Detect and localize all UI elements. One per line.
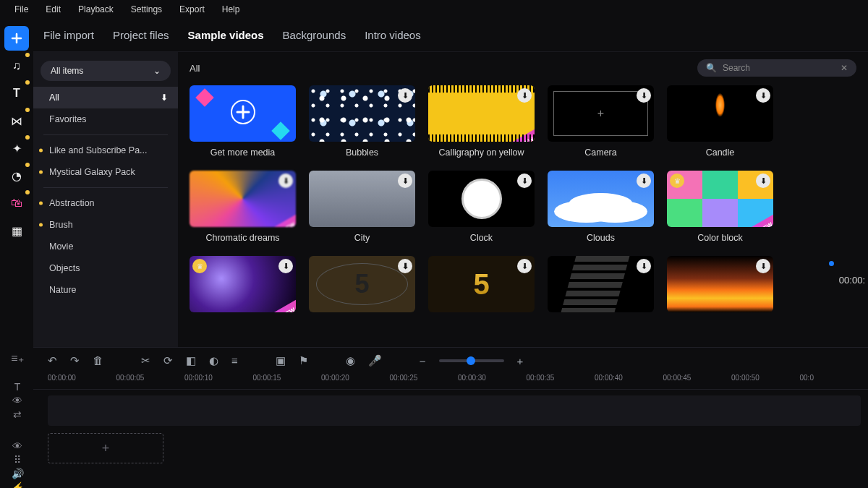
color-adjust-icon[interactable]: ◐ — [209, 354, 218, 367]
media-thumbnail[interactable]: ⬇ — [667, 256, 773, 312]
download-icon[interactable]: ⬇ — [756, 88, 770, 103]
delete-icon[interactable]: 🗑 — [93, 354, 103, 367]
transitions-icon[interactable]: ◔ — [4, 163, 29, 188]
effects-icon[interactable]: ✦ — [4, 136, 29, 160]
download-icon[interactable]: ⬇ — [517, 259, 532, 273]
sidebar-item[interactable]: Like and Subscribe Pa... — [33, 140, 178, 161]
titles-icon[interactable]: T — [4, 81, 29, 106]
download-icon[interactable]: ⬇ — [637, 174, 651, 188]
media-thumbnail[interactable]: ⬇ — [548, 171, 654, 227]
audio-icon[interactable]: ♫ — [4, 53, 29, 78]
more-tools-icon[interactable]: ▦ — [4, 218, 29, 243]
download-all-icon[interactable]: ⬇ — [161, 93, 168, 103]
media-thumbnail[interactable]: ⬇♛NEW — [190, 256, 296, 312]
zoom-in-icon[interactable]: + — [517, 355, 524, 367]
insert-freeze-icon[interactable]: ▣ — [276, 354, 286, 367]
sidebar-item[interactable]: Mystical Galaxy Pack — [33, 161, 178, 183]
media-card[interactable]: ⬇ — [667, 256, 773, 312]
download-icon[interactable]: ⬇ — [756, 174, 770, 188]
track-text-icon[interactable]: T — [4, 381, 30, 393]
split-icon[interactable]: ✂ — [141, 354, 150, 367]
media-card[interactable]: 5⬇ — [309, 256, 415, 312]
track-eye-icon-2[interactable]: 👁 — [4, 440, 30, 452]
undo-icon[interactable]: ↶ — [48, 354, 57, 367]
record-video-icon[interactable]: ◉ — [346, 354, 355, 367]
media-thumbnail[interactable]: ⬇NEW — [428, 85, 535, 142]
media-card[interactable]: 5⬇ — [428, 256, 535, 312]
menu-file[interactable]: File — [6, 4, 37, 14]
marker-icon[interactable]: ⚑ — [299, 354, 308, 367]
audio-track[interactable]: + — [48, 433, 868, 463]
stickers-icon[interactable]: ⋈ — [4, 108, 29, 133]
add-media-button[interactable] — [4, 26, 29, 51]
category-dropdown[interactable]: All items ⌄ — [41, 61, 171, 81]
download-icon[interactable]: ⬇ — [398, 174, 412, 188]
sidebar-item[interactable]: Brush — [33, 214, 178, 236]
timeline-ruler[interactable]: 00:00:0000:00:0500:00:1000:00:1500:00:20… — [33, 374, 868, 390]
tab-file-import[interactable]: File import — [43, 29, 94, 41]
sidebar-item[interactable]: Movie — [33, 236, 178, 257]
media-thumbnail[interactable]: 5⬇ — [428, 256, 535, 312]
track-link-icon[interactable]: ⇄ — [4, 408, 30, 420]
media-card[interactable]: ⬇Candle — [667, 85, 773, 158]
zoom-out-icon[interactable]: − — [420, 355, 426, 367]
media-thumbnail[interactable]: ⬇♛NEW — [667, 171, 773, 227]
download-icon[interactable]: ⬇ — [756, 259, 770, 273]
media-card[interactable]: ⬇♛NEW — [190, 256, 296, 312]
video-track[interactable] — [48, 395, 868, 426]
sidebar-item[interactable]: Abstraction — [33, 192, 178, 214]
media-card[interactable]: ⬇Clock — [428, 171, 535, 243]
media-card[interactable]: ⬇Clouds — [548, 171, 654, 243]
media-thumbnail[interactable]: ⬇ — [428, 171, 535, 227]
tab-project-files[interactable]: Project files — [113, 29, 169, 41]
download-icon[interactable]: ⬇ — [517, 88, 532, 103]
media-thumbnail[interactable]: ⬇ — [667, 85, 773, 142]
media-thumbnail[interactable]: ⬇ — [309, 85, 415, 142]
preview-scrubber-handle[interactable] — [827, 260, 835, 267]
media-thumbnail[interactable]: ⬇NEW — [190, 171, 296, 227]
media-card[interactable]: ⬇Bubbles — [309, 85, 415, 158]
search-input[interactable]: 🔍 Search ✕ — [697, 59, 856, 77]
menu-playback[interactable]: Playback — [69, 4, 122, 14]
sidebar-item[interactable]: Nature — [33, 279, 178, 301]
media-thumbnail[interactable]: 5⬇ — [309, 256, 415, 312]
media-card[interactable]: ⬇ — [548, 256, 654, 312]
download-icon[interactable]: ⬇ — [398, 259, 412, 273]
track-fx-icon[interactable]: ⚡ — [4, 481, 30, 488]
media-card[interactable]: ⬇NEWCalligraphy on yellow — [428, 85, 535, 158]
sidebar-item[interactable]: Favorites — [33, 108, 178, 130]
media-card[interactable]: ⬇City — [309, 171, 415, 243]
microphone-icon[interactable]: 🎤 — [368, 354, 382, 367]
menu-export[interactable]: Export — [171, 4, 213, 14]
media-thumbnail[interactable]: ⬇ — [548, 256, 654, 312]
media-card[interactable]: Get more media — [190, 85, 296, 158]
download-icon[interactable]: ⬇ — [278, 174, 293, 188]
media-card[interactable]: ⬇NEWChromatic dreams — [190, 171, 296, 243]
media-thumbnail[interactable]: ⬇ — [309, 171, 415, 227]
download-icon[interactable]: ⬇ — [637, 259, 651, 273]
track-eye-icon[interactable]: 👁 — [4, 395, 30, 406]
media-card[interactable]: ⬇♛NEWColor block — [667, 171, 773, 243]
menu-edit[interactable]: Edit — [37, 4, 69, 14]
media-card[interactable]: +⬇Camera — [548, 85, 654, 158]
add-track-icon[interactable]: ≡₊ — [4, 352, 30, 364]
rotate-icon[interactable]: ⟳ — [163, 354, 173, 367]
sidebar-item[interactable]: All⬇ — [33, 87, 178, 108]
menu-help[interactable]: Help — [213, 4, 249, 14]
menu-settings[interactable]: Settings — [122, 4, 171, 14]
tab-backgrounds[interactable]: Backgrounds — [283, 29, 346, 41]
download-icon[interactable]: ⬇ — [637, 88, 651, 103]
download-icon[interactable]: ⬇ — [517, 174, 532, 188]
track-options-icon[interactable]: ⠿ — [4, 454, 30, 466]
media-thumbnail[interactable] — [190, 85, 296, 142]
download-icon[interactable]: ⬇ — [278, 259, 293, 273]
download-icon[interactable]: ⬇ — [398, 88, 412, 103]
track-volume-icon[interactable]: 🔊 — [4, 468, 30, 479]
redo-icon[interactable]: ↷ — [70, 354, 80, 367]
tab-sample-videos[interactable]: Sample videos — [188, 29, 264, 41]
crop-icon[interactable]: ◧ — [186, 354, 196, 367]
clear-search-icon[interactable]: ✕ — [841, 63, 848, 73]
media-thumbnail[interactable]: +⬇ — [548, 85, 654, 142]
sidebar-item[interactable]: Objects — [33, 257, 178, 279]
clip-props-icon[interactable]: ≡ — [231, 354, 238, 367]
